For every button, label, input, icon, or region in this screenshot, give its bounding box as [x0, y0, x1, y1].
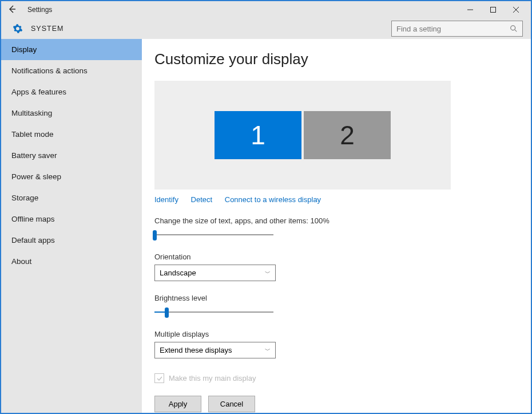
- detect-link[interactable]: Detect: [191, 195, 213, 204]
- main-display-label: Make this my main display: [169, 374, 256, 383]
- sidebar-item-offline-maps[interactable]: Offline maps: [1, 208, 142, 230]
- sidebar-item-power-sleep[interactable]: Power & sleep: [1, 166, 142, 187]
- sidebar-item-display[interactable]: Display: [1, 39, 142, 60]
- maximize-button[interactable]: [482, 2, 505, 18]
- apply-button[interactable]: Apply: [154, 396, 201, 412]
- cancel-button[interactable]: Cancel: [208, 396, 255, 412]
- page-title: Customize your display: [154, 50, 514, 68]
- sidebar-item-tablet-mode[interactable]: Tablet mode: [1, 124, 142, 145]
- connect-wireless-link[interactable]: Connect to a wireless display: [225, 195, 321, 204]
- close-button[interactable]: [505, 2, 527, 18]
- back-button[interactable]: [5, 4, 19, 16]
- sidebar-item-storage[interactable]: Storage: [1, 187, 142, 208]
- chevron-down-icon: ﹀: [265, 346, 271, 354]
- section-title: SYSTEM: [31, 25, 63, 33]
- svg-point-4: [511, 26, 515, 30]
- gear-icon: [13, 23, 23, 34]
- scaling-slider[interactable]: [154, 230, 273, 240]
- main-content: Customize your display 1 2 Identify Dete…: [142, 39, 531, 413]
- checkbox-icon: [154, 373, 164, 383]
- multiple-displays-label: Multiple displays: [154, 330, 514, 338]
- svg-line-5: [515, 30, 517, 32]
- window-title: Settings: [27, 6, 52, 14]
- brightness-label: Brightness level: [154, 294, 514, 302]
- search-icon: [510, 25, 518, 33]
- minimize-button[interactable]: [459, 2, 482, 18]
- monitor-1[interactable]: 1: [215, 111, 301, 159]
- orientation-select[interactable]: Landscape ﹀: [154, 265, 276, 281]
- monitor-2[interactable]: 2: [304, 111, 391, 159]
- sidebar-item-multitasking[interactable]: Multitasking: [1, 102, 142, 124]
- sidebar: DisplayNotifications & actionsApps & fea…: [1, 39, 142, 413]
- slider-thumb[interactable]: [153, 230, 157, 240]
- scaling-label: Change the size of text, apps, and other…: [154, 216, 514, 225]
- svg-rect-1: [491, 7, 496, 13]
- multiple-displays-select[interactable]: Extend these displays ﹀: [154, 342, 276, 358]
- display-preview[interactable]: 1 2: [154, 81, 451, 190]
- sidebar-item-about[interactable]: About: [1, 251, 142, 272]
- slider-thumb[interactable]: [165, 307, 169, 318]
- sidebar-item-notifications-actions[interactable]: Notifications & actions: [1, 60, 142, 81]
- identify-link[interactable]: Identify: [154, 195, 178, 204]
- sidebar-item-battery-saver[interactable]: Battery saver: [1, 145, 142, 166]
- sidebar-item-default-apps[interactable]: Default apps: [1, 230, 142, 251]
- multiple-displays-value: Extend these displays: [160, 346, 232, 354]
- sidebar-item-apps-features[interactable]: Apps & features: [1, 81, 142, 102]
- orientation-label: Orientation: [154, 253, 514, 261]
- search-input[interactable]: [396, 25, 506, 33]
- brightness-slider[interactable]: [154, 307, 273, 317]
- search-box[interactable]: [391, 21, 523, 37]
- main-display-checkbox: Make this my main display: [154, 373, 514, 383]
- orientation-value: Landscape: [160, 269, 196, 277]
- chevron-down-icon: ﹀: [265, 269, 271, 277]
